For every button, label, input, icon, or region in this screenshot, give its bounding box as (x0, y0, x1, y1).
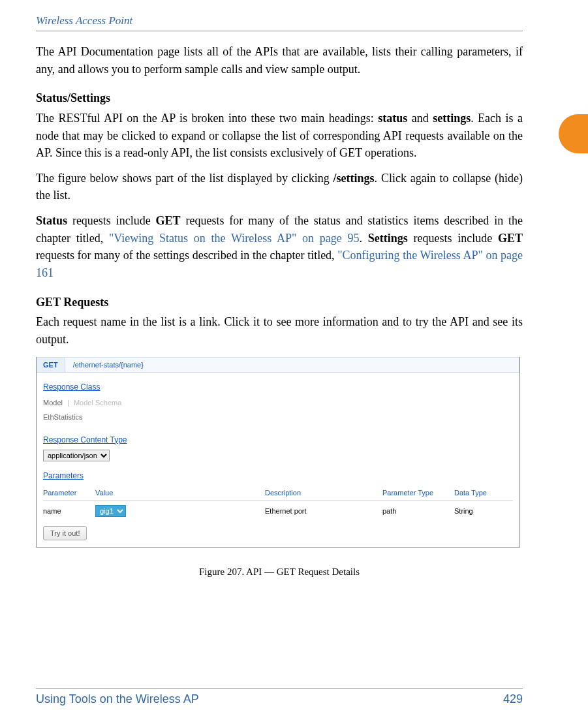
text: requests include (408, 232, 498, 245)
text: . (360, 232, 368, 245)
bold-settings-word: Settings (368, 232, 408, 245)
model-name: EthStatistics (43, 412, 513, 422)
cell-param: name (43, 501, 95, 521)
header-rule (36, 31, 523, 31)
status-settings-para1: The RESTful API on the AP is broken into… (36, 110, 523, 162)
page-header: Wireless Access Point (36, 14, 523, 29)
text: and (407, 112, 433, 125)
cell-description: Ethernet port (265, 501, 382, 521)
col-data-type: Data Type (454, 485, 513, 501)
col-parameter: Parameter (43, 485, 95, 501)
cell-dtype: String (454, 501, 513, 521)
cell-value: gig1 (95, 501, 265, 521)
get-requests-body: Each request name in the list is a link.… (36, 313, 523, 348)
bold-slash-settings: /settings (333, 172, 375, 185)
tab-model-schema[interactable]: Model Schema (74, 399, 121, 407)
get-requests-heading: GET Requests (36, 294, 523, 311)
model-tabs: Model | Model Schema (43, 397, 513, 408)
status-settings-heading: Status/Settings (36, 89, 523, 107)
tab-model[interactable]: Model (43, 399, 63, 407)
response-content-type-label: Response Content Type (43, 435, 513, 446)
response-class-label: Response Class (43, 382, 513, 394)
endpoint-path: /ethernet-stats/{name} (65, 357, 519, 373)
footer-chapter: Using Tools on the Wireless AP (36, 692, 199, 706)
api-get-panel: GET /ethernet-stats/{name} Response Clas… (36, 357, 520, 548)
bold-settings: settings (433, 112, 471, 125)
table-header-row: Parameter Value Description Parameter Ty… (43, 485, 513, 501)
footer-page-number: 429 (503, 692, 523, 706)
value-select[interactable]: gig1 (95, 505, 126, 517)
content-type-select[interactable]: application/json (43, 450, 110, 461)
col-value: Value (95, 485, 265, 501)
col-description: Description (265, 485, 382, 501)
text: requests for many of the settings descri… (36, 249, 337, 262)
parameters-label: Parameters (43, 471, 513, 482)
table-row: name gig1 Ethernet port path String (43, 501, 513, 521)
bold-status: status (378, 112, 407, 125)
page-footer: Using Tools on the Wireless AP 429 (36, 688, 523, 706)
intro-paragraph: The API Documentation page lists all of … (36, 43, 523, 78)
text: The RESTful API on the AP is broken into… (36, 112, 378, 125)
bold-status-word: Status (36, 214, 67, 227)
text: requests include (67, 214, 156, 227)
figure-caption: Figure 207. API — GET Request Details (36, 565, 523, 579)
try-it-out-button[interactable]: Try it out! (43, 526, 87, 540)
tab-separator: | (67, 399, 69, 407)
bold-get2: GET (498, 232, 523, 245)
bold-get1: GET (156, 214, 181, 227)
parameters-table: Parameter Value Description Parameter Ty… (43, 485, 513, 521)
cell-ptype: path (382, 501, 454, 521)
text: The figure below shows part of the list … (36, 172, 333, 185)
status-settings-para3: Status requests include GET requests for… (36, 212, 523, 282)
link-viewing-status[interactable]: "Viewing Status on the Wireless AP" on p… (109, 232, 360, 245)
http-method-badge: GET (37, 357, 65, 373)
status-settings-para2: The figure below shows part of the list … (36, 170, 523, 204)
api-endpoint-row[interactable]: GET /ethernet-stats/{name} (37, 357, 519, 373)
col-parameter-type: Parameter Type (382, 485, 454, 501)
